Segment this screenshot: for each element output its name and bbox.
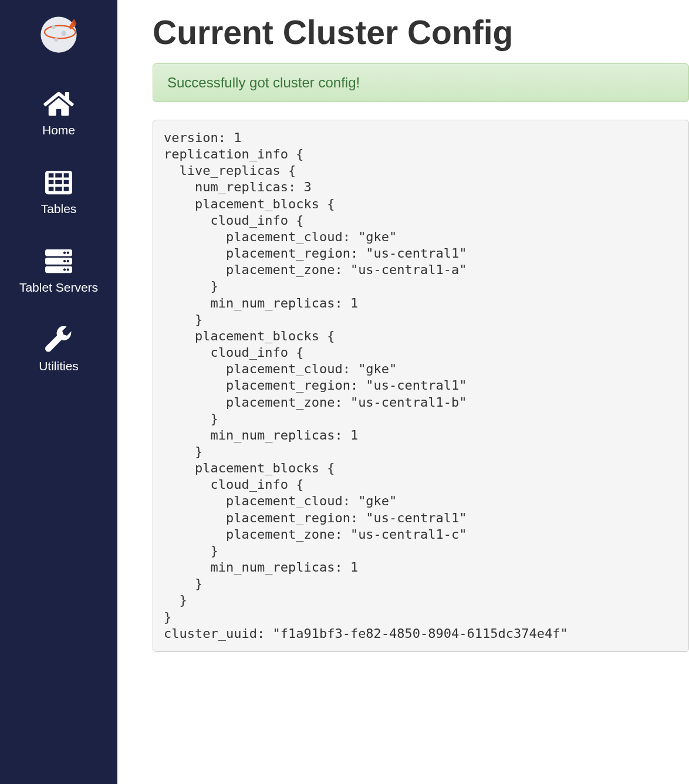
sidebar-item-tablet-servers[interactable]: Tablet Servers <box>19 248 98 295</box>
sidebar-item-home[interactable]: Home <box>42 90 75 137</box>
sidebar-item-tables[interactable]: Tables <box>41 169 77 216</box>
svg-point-2 <box>61 31 66 36</box>
sidebar-item-label: Utilities <box>39 359 79 373</box>
sidebar-item-utilities[interactable]: Utilities <box>39 326 79 373</box>
wrench-icon <box>42 326 75 353</box>
sidebar-item-label: Tablet Servers <box>19 281 98 295</box>
sidebar-item-label: Home <box>42 123 75 137</box>
server-icon <box>42 248 75 275</box>
sidebar: Home Tables Tablet Servers Utilities <box>0 0 117 784</box>
svg-point-3 <box>54 38 58 42</box>
app-logo <box>38 14 79 55</box>
svg-point-1 <box>52 25 56 29</box>
page-title: Current Cluster Config <box>153 13 689 52</box>
logo-icon <box>38 14 79 55</box>
home-icon <box>42 90 75 117</box>
success-alert: Successfully got cluster config! <box>153 63 689 102</box>
sidebar-item-label: Tables <box>41 202 77 216</box>
table-icon <box>42 169 75 196</box>
cluster-config-code: version: 1 replication_info { live_repli… <box>153 120 689 652</box>
main-content: Current Cluster Config Successfully got … <box>117 0 689 784</box>
